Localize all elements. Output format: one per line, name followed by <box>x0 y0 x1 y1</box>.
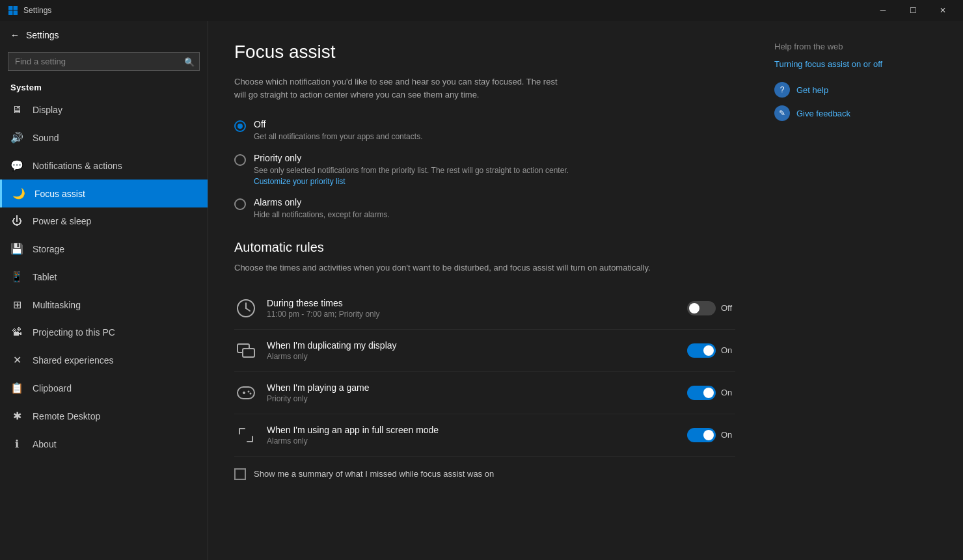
content-area: Focus assist Choose which notification y… <box>234 42 735 539</box>
duplicating-display-toggle[interactable] <box>687 343 716 358</box>
during-times-label: During these times <box>267 298 678 308</box>
give-feedback-icon: ✎ <box>774 105 790 121</box>
radio-item-off[interactable]: Off Get all notifications from your apps… <box>234 119 735 142</box>
give-feedback-label[interactable]: Give feedback <box>796 109 850 118</box>
during-times-sublabel: 11:00 pm - 7:00 am; Priority only <box>267 310 678 319</box>
svg-rect-0 <box>8 6 13 10</box>
help-link: Turning focus assist on or off <box>774 59 937 69</box>
fullscreen-toggle-group: On <box>687 428 735 442</box>
page-title: Focus assist <box>234 42 735 62</box>
sidebar-item-shared-experiences[interactable]: ✕ Shared experiences <box>0 346 208 374</box>
summary-checkbox[interactable] <box>234 468 246 480</box>
during-times-toggle[interactable] <box>687 301 716 315</box>
titlebar: Settings ─ ☐ ✕ <box>0 0 963 21</box>
sidebar-item-label: Clipboard <box>33 383 72 393</box>
maximize-button[interactable]: ☐ <box>898 0 928 21</box>
radio-priority-text: Priority only See only selected notifica… <box>254 153 735 187</box>
radio-priority-label: Priority only <box>254 153 735 163</box>
shared-experiences-icon: ✕ <box>10 354 23 366</box>
get-help-icon: ? <box>774 82 790 98</box>
radio-group: Off Get all notifications from your apps… <box>234 119 735 220</box>
radio-priority[interactable] <box>234 154 246 166</box>
sidebar-item-about[interactable]: ℹ About <box>0 430 208 458</box>
focus-assist-icon: 🌙 <box>12 187 25 200</box>
playing-game-toggle[interactable] <box>687 386 716 400</box>
radio-alarms-text: Alarms only Hide all notifications, exce… <box>254 197 735 220</box>
during-times-text: During these times 11:00 pm - 7:00 am; P… <box>267 298 678 319</box>
fullscreen-toggle[interactable] <box>687 428 716 442</box>
playing-game-text: When I'm playing a game Priority only <box>267 382 678 403</box>
sidebar-item-clipboard[interactable]: 📋 Clipboard <box>0 374 208 402</box>
titlebar-title: Settings <box>23 6 51 15</box>
radio-alarms-sublabel: Hide all notifications, except for alarm… <box>254 209 735 220</box>
sidebar-item-label: Power & sleep <box>33 216 91 226</box>
sidebar-back-label: Settings <box>26 30 59 40</box>
playing-game-sublabel: Priority only <box>267 394 678 403</box>
sidebar-item-label: Display <box>33 105 62 115</box>
summary-checkbox-row[interactable]: Show me a summary of what I missed while… <box>234 468 735 480</box>
summary-checkbox-label: Show me a summary of what I missed while… <box>254 469 494 479</box>
sidebar-item-focus-assist[interactable]: 🌙 Focus assist <box>0 180 208 207</box>
remote-desktop-icon: ✱ <box>10 410 23 422</box>
sidebar-item-label: Storage <box>33 244 64 254</box>
sidebar-item-power-sleep[interactable]: ⏻ Power & sleep <box>0 207 208 235</box>
search-icon: 🔍 <box>184 57 195 66</box>
storage-icon: 💾 <box>10 243 23 255</box>
sidebar-item-label: Tablet <box>33 272 57 282</box>
give-feedback-action[interactable]: ✎ Give feedback <box>774 105 937 121</box>
clipboard-icon: 📋 <box>10 382 23 394</box>
sidebar-item-sound[interactable]: 🔊 Sound <box>0 124 208 152</box>
sidebar-item-tablet[interactable]: 📱 Tablet <box>0 263 208 291</box>
radio-off-text: Off Get all notifications from your apps… <box>254 119 735 142</box>
radio-off[interactable] <box>234 120 246 132</box>
sidebar-item-notifications[interactable]: 💬 Notifications & actions <box>0 152 208 180</box>
svg-rect-9 <box>237 387 254 399</box>
multitasking-icon: ⊞ <box>10 299 23 311</box>
fullscreen-toggle-label: On <box>721 430 735 440</box>
fullscreen-label: When I'm using an app in full screen mod… <box>267 425 678 435</box>
close-button[interactable]: ✕ <box>928 0 958 21</box>
during-times-toggle-group: Off <box>687 301 735 315</box>
radio-item-alarms[interactable]: Alarms only Hide all notifications, exce… <box>234 197 735 220</box>
duplicating-display-toggle-group: On <box>687 343 735 358</box>
sidebar-item-remote-desktop[interactable]: ✱ Remote Desktop <box>0 402 208 430</box>
search-input[interactable] <box>8 52 200 71</box>
rule-duplicating-display: When I'm duplicating my display Alarms o… <box>234 330 735 372</box>
page-description: Choose which notification you'd like to … <box>234 75 560 101</box>
auto-rules-heading: Automatic rules <box>234 240 735 255</box>
get-help-label[interactable]: Get help <box>796 85 828 95</box>
sidebar-item-label: Sound <box>33 133 59 143</box>
sidebar-item-multitasking[interactable]: ⊞ Multitasking <box>0 291 208 319</box>
sidebar-item-label: About <box>33 439 57 449</box>
back-button[interactable]: ← Settings <box>0 21 208 49</box>
duplicating-display-text: When I'm duplicating my display Alarms o… <box>267 340 678 361</box>
sidebar-item-label: Remote Desktop <box>33 411 100 421</box>
svg-line-6 <box>246 308 250 311</box>
toggle-knob <box>703 345 714 356</box>
sidebar-item-storage[interactable]: 💾 Storage <box>0 235 208 263</box>
svg-rect-1 <box>14 6 18 10</box>
sidebar-item-display[interactable]: 🖥 Display <box>0 96 208 124</box>
sidebar: ← Settings 🔍 System 🖥 Display 🔊 Sound 💬 … <box>0 21 208 560</box>
radio-item-priority[interactable]: Priority only See only selected notifica… <box>234 153 735 187</box>
during-times-icon <box>234 297 258 320</box>
radio-priority-sublabel: See only selected notifications from the… <box>254 165 735 187</box>
sidebar-item-projecting[interactable]: 📽 Projecting to this PC <box>0 319 208 346</box>
tablet-icon: 📱 <box>10 271 23 283</box>
sidebar-item-label: Projecting to this PC <box>33 327 115 338</box>
sidebar-item-label: Multitasking <box>33 300 81 310</box>
customize-priority-link[interactable]: Customize your priority list <box>254 177 346 186</box>
minimize-button[interactable]: ─ <box>868 0 898 21</box>
playing-game-icon <box>234 381 258 405</box>
radio-alarms[interactable] <box>234 198 246 210</box>
display-icon: 🖥 <box>10 104 23 116</box>
duplicating-display-icon <box>234 339 258 362</box>
app-icon <box>8 5 18 16</box>
back-arrow-icon: ← <box>10 30 20 40</box>
titlebar-left: Settings <box>8 5 51 16</box>
svg-rect-3 <box>14 11 18 16</box>
get-help-action[interactable]: ? Get help <box>774 82 937 98</box>
playing-game-toggle-group: On <box>687 386 735 400</box>
help-link-anchor[interactable]: Turning focus assist on or off <box>774 59 882 69</box>
main-content: Focus assist Choose which notification y… <box>208 21 963 560</box>
